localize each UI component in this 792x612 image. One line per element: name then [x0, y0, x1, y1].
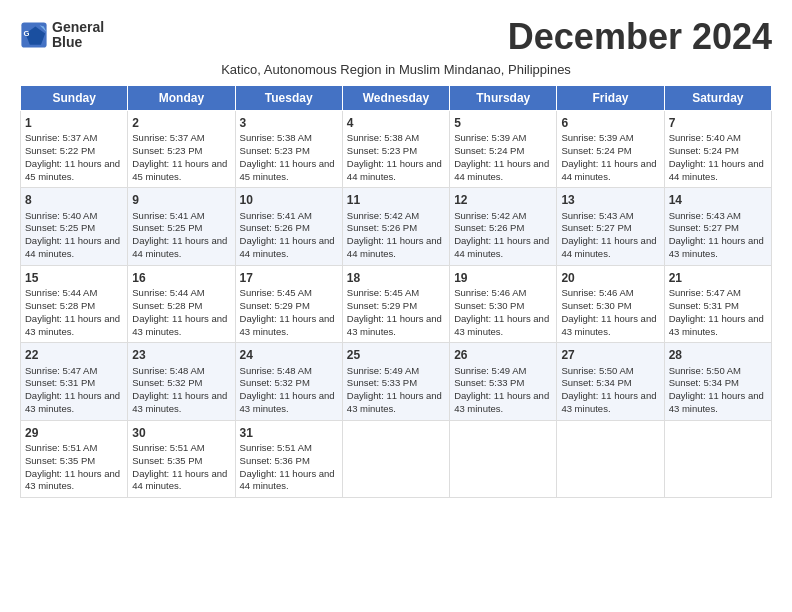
day-info-line: Sunrise: 5:50 AM — [669, 365, 767, 378]
day-info-line: Sunrise: 5:46 AM — [561, 287, 659, 300]
day-cell-29: 29Sunrise: 5:51 AMSunset: 5:35 PMDayligh… — [21, 420, 128, 497]
day-cell-19: 19Sunrise: 5:46 AMSunset: 5:30 PMDayligh… — [450, 265, 557, 342]
day-info-line: Sunrise: 5:40 AM — [669, 132, 767, 145]
day-info-line: Sunrise: 5:48 AM — [132, 365, 230, 378]
day-info-line: Sunset: 5:35 PM — [25, 455, 123, 468]
day-number: 28 — [669, 347, 767, 363]
day-number: 10 — [240, 192, 338, 208]
day-info-line: Sunrise: 5:45 AM — [240, 287, 338, 300]
day-info-line: Sunrise: 5:37 AM — [132, 132, 230, 145]
day-info-line: Sunrise: 5:41 AM — [240, 210, 338, 223]
day-info-line: Sunset: 5:30 PM — [454, 300, 552, 313]
day-cell-18: 18Sunrise: 5:45 AMSunset: 5:29 PMDayligh… — [342, 265, 449, 342]
day-info-line: Sunrise: 5:43 AM — [669, 210, 767, 223]
day-info-line: Daylight: 11 hours and 44 minutes. — [132, 468, 230, 494]
day-number: 27 — [561, 347, 659, 363]
logo-text: General Blue — [52, 20, 104, 51]
day-info-line: Daylight: 11 hours and 43 minutes. — [25, 313, 123, 339]
day-number: 20 — [561, 270, 659, 286]
day-info-line: Sunrise: 5:41 AM — [132, 210, 230, 223]
day-info-line: Daylight: 11 hours and 43 minutes. — [561, 390, 659, 416]
svg-text:G: G — [24, 30, 30, 39]
day-header-monday: Monday — [128, 86, 235, 111]
day-info-line: Sunrise: 5:44 AM — [25, 287, 123, 300]
day-info-line: Sunset: 5:26 PM — [240, 222, 338, 235]
day-info-line: Daylight: 11 hours and 43 minutes. — [561, 313, 659, 339]
day-info-line: Sunset: 5:32 PM — [132, 377, 230, 390]
day-info-line: Daylight: 11 hours and 44 minutes. — [240, 235, 338, 261]
day-number: 8 — [25, 192, 123, 208]
day-number: 19 — [454, 270, 552, 286]
day-number: 9 — [132, 192, 230, 208]
day-info-line: Sunset: 5:31 PM — [669, 300, 767, 313]
day-info-line: Sunrise: 5:45 AM — [347, 287, 445, 300]
day-cell-22: 22Sunrise: 5:47 AMSunset: 5:31 PMDayligh… — [21, 343, 128, 420]
day-info-line: Sunset: 5:25 PM — [132, 222, 230, 235]
day-cell-3: 3Sunrise: 5:38 AMSunset: 5:23 PMDaylight… — [235, 111, 342, 188]
day-info-line: Sunrise: 5:49 AM — [454, 365, 552, 378]
day-info-line: Sunset: 5:27 PM — [669, 222, 767, 235]
day-number: 18 — [347, 270, 445, 286]
logo-icon: G — [20, 21, 48, 49]
page-header: G General Blue December 2024 — [20, 16, 772, 58]
calendar-table: SundayMondayTuesdayWednesdayThursdayFrid… — [20, 85, 772, 498]
day-number: 17 — [240, 270, 338, 286]
empty-cell — [450, 420, 557, 497]
day-cell-12: 12Sunrise: 5:42 AMSunset: 5:26 PMDayligh… — [450, 188, 557, 265]
day-cell-26: 26Sunrise: 5:49 AMSunset: 5:33 PMDayligh… — [450, 343, 557, 420]
week-row-3: 15Sunrise: 5:44 AMSunset: 5:28 PMDayligh… — [21, 265, 772, 342]
day-number: 3 — [240, 115, 338, 131]
day-info-line: Sunrise: 5:46 AM — [454, 287, 552, 300]
day-info-line: Sunset: 5:23 PM — [132, 145, 230, 158]
day-info-line: Sunrise: 5:38 AM — [240, 132, 338, 145]
day-info-line: Sunset: 5:33 PM — [454, 377, 552, 390]
day-number: 5 — [454, 115, 552, 131]
day-info-line: Sunset: 5:28 PM — [25, 300, 123, 313]
day-info-line: Sunrise: 5:49 AM — [347, 365, 445, 378]
day-info-line: Sunset: 5:29 PM — [347, 300, 445, 313]
day-info-line: Sunset: 5:27 PM — [561, 222, 659, 235]
empty-cell — [342, 420, 449, 497]
day-info-line: Daylight: 11 hours and 45 minutes. — [25, 158, 123, 184]
day-info-line: Daylight: 11 hours and 45 minutes. — [240, 158, 338, 184]
day-info-line: Sunrise: 5:47 AM — [25, 365, 123, 378]
day-info-line: Daylight: 11 hours and 44 minutes. — [347, 235, 445, 261]
day-info-line: Sunrise: 5:42 AM — [347, 210, 445, 223]
day-header-tuesday: Tuesday — [235, 86, 342, 111]
day-cell-1: 1Sunrise: 5:37 AMSunset: 5:22 PMDaylight… — [21, 111, 128, 188]
day-cell-23: 23Sunrise: 5:48 AMSunset: 5:32 PMDayligh… — [128, 343, 235, 420]
day-info-line: Daylight: 11 hours and 43 minutes. — [347, 313, 445, 339]
day-cell-30: 30Sunrise: 5:51 AMSunset: 5:35 PMDayligh… — [128, 420, 235, 497]
week-row-1: 1Sunrise: 5:37 AMSunset: 5:22 PMDaylight… — [21, 111, 772, 188]
day-info-line: Daylight: 11 hours and 43 minutes. — [25, 390, 123, 416]
day-info-line: Sunset: 5:30 PM — [561, 300, 659, 313]
subtitle: Katico, Autonomous Region in Muslim Mind… — [20, 62, 772, 77]
day-info-line: Daylight: 11 hours and 44 minutes. — [454, 235, 552, 261]
day-info-line: Daylight: 11 hours and 44 minutes. — [561, 235, 659, 261]
empty-cell — [557, 420, 664, 497]
day-headers-row: SundayMondayTuesdayWednesdayThursdayFrid… — [21, 86, 772, 111]
day-info-line: Sunrise: 5:51 AM — [240, 442, 338, 455]
day-info-line: Sunrise: 5:43 AM — [561, 210, 659, 223]
day-info-line: Daylight: 11 hours and 43 minutes. — [240, 390, 338, 416]
day-info-line: Sunrise: 5:39 AM — [454, 132, 552, 145]
day-cell-17: 17Sunrise: 5:45 AMSunset: 5:29 PMDayligh… — [235, 265, 342, 342]
day-cell-10: 10Sunrise: 5:41 AMSunset: 5:26 PMDayligh… — [235, 188, 342, 265]
day-number: 4 — [347, 115, 445, 131]
day-cell-28: 28Sunrise: 5:50 AMSunset: 5:34 PMDayligh… — [664, 343, 771, 420]
day-info-line: Sunrise: 5:42 AM — [454, 210, 552, 223]
day-number: 24 — [240, 347, 338, 363]
day-info-line: Sunrise: 5:48 AM — [240, 365, 338, 378]
day-cell-24: 24Sunrise: 5:48 AMSunset: 5:32 PMDayligh… — [235, 343, 342, 420]
day-info-line: Sunset: 5:28 PM — [132, 300, 230, 313]
day-info-line: Sunset: 5:29 PM — [240, 300, 338, 313]
day-number: 22 — [25, 347, 123, 363]
day-info-line: Sunset: 5:34 PM — [561, 377, 659, 390]
day-number: 2 — [132, 115, 230, 131]
day-number: 7 — [669, 115, 767, 131]
day-info-line: Sunset: 5:22 PM — [25, 145, 123, 158]
day-info-line: Sunrise: 5:44 AM — [132, 287, 230, 300]
day-info-line: Sunrise: 5:47 AM — [669, 287, 767, 300]
day-cell-31: 31Sunrise: 5:51 AMSunset: 5:36 PMDayligh… — [235, 420, 342, 497]
day-info-line: Sunset: 5:23 PM — [347, 145, 445, 158]
